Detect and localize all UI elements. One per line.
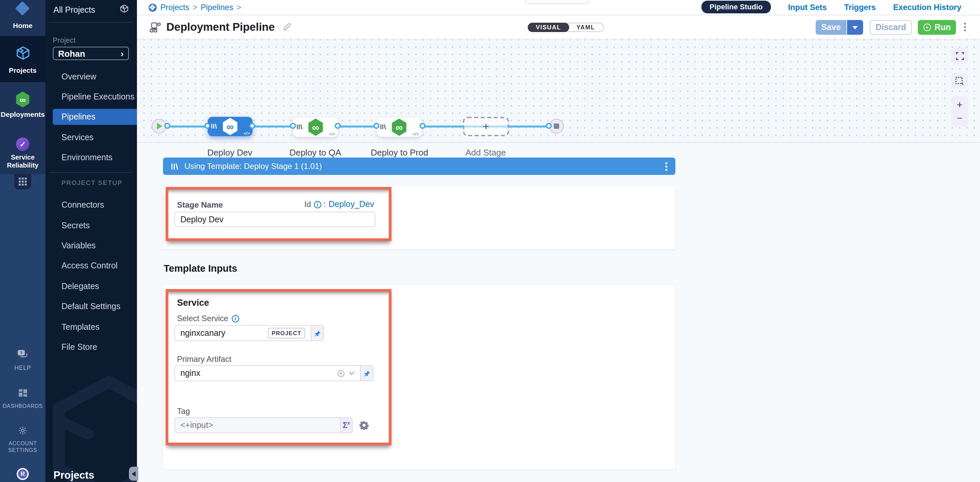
stage-node-deploy-dev[interactable]: ∞ </>: [208, 117, 253, 136]
module-grid-button[interactable]: [13, 174, 32, 190]
tag-settings-button[interactable]: [360, 417, 369, 433]
tab-execution-history[interactable]: Execution History: [893, 2, 961, 12]
rail-item-dashboards[interactable]: DASHBOARDS: [0, 388, 45, 410]
avatar[interactable]: R: [17, 468, 29, 480]
connector-port: [164, 123, 170, 129]
toggle-visual[interactable]: VISUAL: [528, 23, 569, 32]
canvas-zoom-controls: + −: [951, 96, 968, 127]
pin-icon: [363, 369, 371, 377]
project-sidenav: All Projects Project Rohan › Overview Pi…: [45, 0, 137, 482]
header-kebab-menu[interactable]: [964, 23, 966, 32]
service-scope-badge: PROJECT: [267, 328, 305, 338]
breadcrumb-separator: >: [237, 3, 241, 12]
help-chat-icon: ?: [18, 350, 28, 362]
sidebar-item-environments[interactable]: Environments: [45, 149, 137, 166]
sidebar-item-connectors[interactable]: Connectors: [45, 197, 137, 213]
sidebar-item-pipelines[interactable]: Pipelines: [53, 109, 137, 125]
sidebar-item-templates[interactable]: Templates: [45, 319, 137, 335]
primary-artifact-label: Primary Artifact: [177, 355, 231, 364]
add-stage-button[interactable]: +: [463, 117, 509, 136]
main-area: Projects > Pipelines > Pipeline Studio I…: [137, 0, 980, 482]
rail-item-home[interactable]: Home: [0, 0, 45, 29]
connector-port: [290, 123, 296, 129]
service-select[interactable]: nginxcanary PROJECT: [174, 325, 311, 341]
sidebar-item-all-projects[interactable]: All Projects: [53, 4, 129, 15]
sidebar-item-secrets[interactable]: Secrets: [45, 218, 137, 234]
rail-item-label: Home: [13, 21, 32, 29]
play-icon: [157, 123, 162, 130]
chevron-down-icon[interactable]: [349, 371, 355, 375]
service-reliability-icon: ✓: [16, 138, 29, 151]
sidebar-item-default-settings[interactable]: Default Settings: [45, 298, 137, 314]
info-icon[interactable]: i: [313, 201, 321, 208]
canvas-fullscreen-button[interactable]: [951, 48, 968, 64]
stage-node-deploy-to-qa[interactable]: ∞ </>: [293, 117, 338, 137]
template-bars-icon: [380, 120, 386, 132]
service-value: nginxcanary: [180, 328, 226, 338]
save-button-group: Save: [816, 20, 863, 35]
toggle-yaml[interactable]: YAML: [565, 23, 604, 32]
sidebar-item-access-control[interactable]: Access Control: [45, 258, 137, 274]
rail-item-label: DASHBOARDS: [3, 403, 43, 410]
stage-id-value[interactable]: Deploy_Dev: [329, 200, 374, 209]
clear-icon[interactable]: [337, 369, 345, 377]
breadcrumb-projects[interactable]: Projects: [160, 3, 189, 12]
sidebar-item-pipeline-executions[interactable]: Pipeline Executions: [45, 89, 137, 105]
cube-icon: [15, 45, 30, 63]
sidebar-item-variables[interactable]: Variables: [45, 238, 137, 254]
breadcrumb: Projects > Pipelines >: [148, 3, 241, 12]
tag-expression-button[interactable]: Σx: [341, 417, 353, 433]
primary-artifact-select[interactable]: nginx: [174, 365, 361, 381]
run-play-icon: [923, 23, 931, 32]
rail-item-help[interactable]: ? HELP: [0, 350, 45, 371]
grid-icon: [19, 176, 27, 188]
save-dropdown-button[interactable]: [847, 20, 863, 35]
breadcrumb-row: Projects > Pipelines > Pipeline Studio I…: [137, 0, 980, 15]
sidebar-item-services[interactable]: Services: [45, 130, 137, 146]
tab-input-sets[interactable]: Input Sets: [788, 2, 827, 12]
stage-name-label: Stage Name: [177, 200, 223, 209]
rail-item-deployments[interactable]: ∞ Deployments: [0, 92, 45, 118]
service-pin-button[interactable]: [311, 325, 324, 341]
edit-pencil-icon[interactable]: [283, 23, 291, 32]
run-button[interactable]: Run: [918, 20, 956, 35]
template-bars-icon: [211, 119, 217, 132]
info-icon[interactable]: i: [231, 315, 239, 322]
tab-triggers[interactable]: Triggers: [844, 2, 876, 12]
stage-node-deploy-to-prod[interactable]: ∞ </>: [377, 117, 422, 137]
save-button[interactable]: Save: [816, 20, 847, 35]
service-highlight-box: Service Select Service i nginxcanary PRO…: [165, 289, 391, 445]
sidebar-item-file-store[interactable]: File Store: [45, 339, 137, 355]
stage-name-input[interactable]: [174, 212, 375, 227]
tab-pipeline-studio[interactable]: Pipeline Studio: [702, 1, 771, 13]
primary-artifact-field: nginx: [174, 365, 374, 381]
sidebar-item-overview[interactable]: Overview: [45, 69, 137, 85]
rail-item-service-reliability[interactable]: ✓ Service Reliability: [0, 138, 45, 170]
sidebar-collapse-handle[interactable]: [129, 467, 138, 480]
all-projects-label: All Projects: [53, 5, 95, 14]
project-selector[interactable]: Rohan ›: [53, 47, 129, 60]
chevron-left-icon: [132, 471, 135, 476]
breadcrumb-pipelines[interactable]: Pipelines: [201, 3, 233, 12]
sidebar-item-delegates[interactable]: Delegates: [45, 278, 137, 294]
zoom-out-button[interactable]: −: [957, 111, 963, 125]
template-banner-kebab[interactable]: [665, 162, 667, 171]
artifact-pin-button[interactable]: [361, 365, 374, 381]
rail-item-projects[interactable]: Projects: [0, 45, 45, 74]
page-header: Projects > Pipelines > Pipeline Studio I…: [137, 0, 980, 39]
project-selector-value: Rohan: [58, 48, 85, 59]
template-banner: Using Template: Deploy Stage 1 (1.01): [163, 157, 675, 175]
rail-item-account-settings[interactable]: ACCOUNT SETTINGS: [0, 426, 45, 454]
chevron-down-icon: [853, 26, 858, 29]
connector-port: [374, 123, 379, 129]
pipeline-canvas[interactable]: ∞ </> ∞ </> ∞ </> + Deploy Dev Depl: [137, 39, 980, 143]
app-root: Home Projects ∞ Deployments ✓ Service Re…: [0, 0, 980, 482]
discard-button[interactable]: Discard: [870, 20, 912, 35]
rail-item-label: ACCOUNT SETTINGS: [5, 441, 40, 454]
zoom-in-button[interactable]: +: [957, 98, 963, 111]
visual-yaml-toggle: VISUAL YAML: [528, 23, 604, 32]
dashboards-icon: [18, 388, 27, 401]
tag-input[interactable]: [174, 417, 341, 433]
canvas-selection-button[interactable]: [951, 73, 968, 89]
gear-icon: [360, 420, 369, 430]
